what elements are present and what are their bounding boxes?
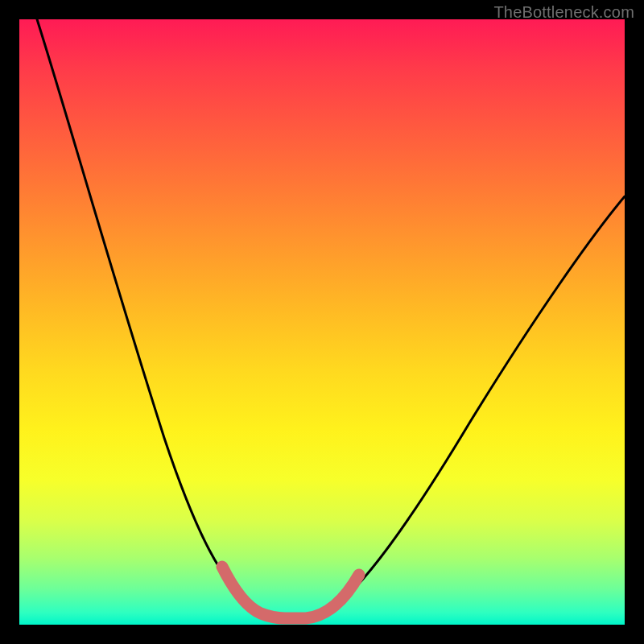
sweet-spot-highlight bbox=[222, 567, 359, 618]
curve-layer bbox=[19, 19, 625, 625]
bottleneck-curve bbox=[37, 19, 625, 618]
watermark-text: TheBottleneck.com bbox=[493, 3, 634, 22]
plot-area bbox=[19, 19, 625, 625]
chart-frame: TheBottleneck.com bbox=[0, 0, 644, 644]
